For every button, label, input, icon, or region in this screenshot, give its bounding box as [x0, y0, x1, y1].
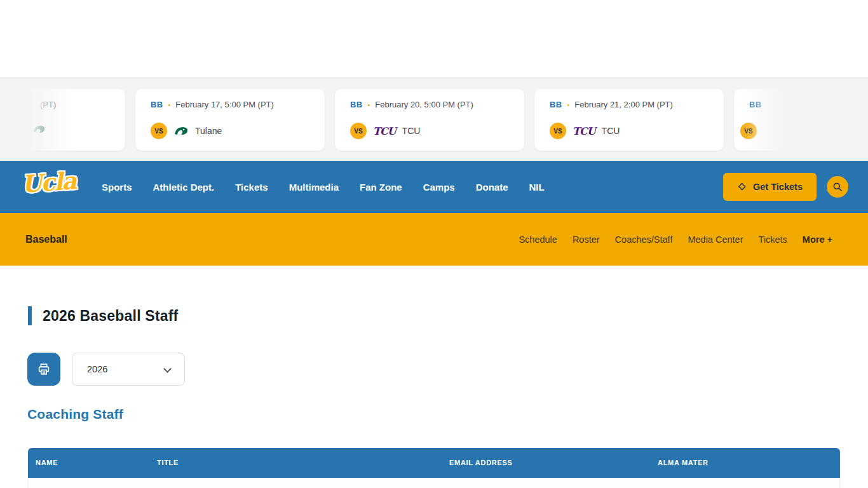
carousel-fade-right — [742, 78, 868, 161]
column-header-email: EMAIL ADDRESS — [449, 459, 513, 466]
dot-separator-icon: • — [567, 101, 569, 109]
chevron-down-icon — [163, 365, 172, 373]
game-card-tcu-1[interactable]: BB • February 20, 5:00 PM (PT) VS TCU TC… — [335, 89, 524, 151]
get-tickets-label: Get Tickets — [753, 182, 803, 192]
nav-item-multimedia[interactable]: Multimedia — [289, 182, 339, 193]
search-button[interactable] — [827, 176, 848, 198]
opponent-name: TCU — [602, 126, 620, 136]
game-card-tulane[interactable]: BB • February 17, 5:00 PM (PT) VS Tulane — [135, 89, 325, 151]
printer-icon — [37, 362, 51, 376]
dot-separator-icon: • — [367, 101, 370, 109]
game-date: February 17, 5:00 PM (PT) — [175, 100, 274, 109]
subnav-item-more[interactable]: More + — [803, 234, 832, 245]
nav-item-fan-zone[interactable]: Fan Zone — [360, 182, 402, 193]
opponent-name: Tulane — [195, 126, 222, 136]
column-header-title: TITLE — [157, 459, 179, 466]
print-button[interactable] — [27, 353, 60, 386]
table-row — [28, 478, 840, 488]
vs-badge: VS — [350, 123, 367, 139]
ucla-logo[interactable]: Ucla — [21, 166, 77, 198]
nav-item-donate[interactable]: Donate — [476, 182, 508, 193]
get-tickets-button[interactable]: Get Tickets — [723, 173, 817, 201]
nav-item-athletic-dept[interactable]: Athletic Dept. — [153, 182, 215, 193]
title-accent-bar — [28, 306, 32, 325]
tcu-logo-icon: TCU — [373, 125, 396, 137]
column-header-name: NAME — [36, 459, 58, 466]
column-header-alma-mater: ALMA MATER — [658, 459, 709, 466]
page-title: 2026 Baseball Staff — [43, 308, 178, 325]
subnav-item-schedule[interactable]: Schedule — [519, 234, 557, 245]
page-title-block: 2026 Baseball Staff — [28, 306, 178, 325]
main-content: 2026 Baseball Staff 2026 Coaching Staff … — [0, 266, 868, 488]
game-card-tcu-2[interactable]: BB • February 21, 2:00 PM (PT) VS TCU TC… — [534, 89, 724, 151]
opponent-name: TCU — [402, 126, 421, 136]
sport-subnav: Baseball Schedule Roster Coaches/Staff M… — [0, 213, 868, 266]
nav-item-nil[interactable]: NIL — [529, 182, 545, 193]
sport-code: BB — [350, 100, 362, 109]
nav-item-camps[interactable]: Camps — [423, 182, 455, 193]
sport-title[interactable]: Baseball — [25, 234, 67, 245]
main-nav-items: Sports Athletic Dept. Tickets Multimedia… — [102, 161, 545, 213]
coaching-staff-table: NAME TITLE EMAIL ADDRESS ALMA MATER — [28, 448, 840, 488]
year-select-dropdown[interactable]: 2026 — [72, 353, 185, 386]
ticket-icon — [737, 182, 748, 193]
sport-code: BB — [151, 100, 163, 109]
subnav-item-media-center[interactable]: Media Center — [688, 234, 743, 245]
subnav-item-tickets[interactable]: Tickets — [758, 234, 787, 245]
tulane-logo-icon — [173, 125, 189, 137]
year-select-value: 2026 — [87, 364, 107, 374]
vs-badge: VS — [550, 123, 566, 139]
search-icon — [832, 182, 843, 192]
subnav-item-coaches-staff[interactable]: Coaches/Staff — [615, 234, 673, 245]
vs-badge: VS — [151, 123, 167, 139]
nav-item-tickets[interactable]: Tickets — [235, 182, 268, 193]
sport-code: BB — [550, 100, 562, 109]
game-date: February 21, 2:00 PM (PT) — [574, 100, 673, 109]
sport-subnav-items: Schedule Roster Coaches/Staff Media Cent… — [519, 234, 832, 245]
table-header-row: NAME TITLE EMAIL ADDRESS ALMA MATER — [28, 448, 840, 478]
game-date: February 20, 5:00 PM (PT) — [375, 100, 473, 109]
subnav-item-roster[interactable]: Roster — [573, 234, 600, 245]
tcu-logo-icon: TCU — [573, 125, 595, 137]
nav-item-sports[interactable]: Sports — [102, 182, 132, 193]
dot-separator-icon: • — [168, 101, 170, 109]
section-title-coaching-staff: Coaching Staff — [27, 407, 123, 422]
carousel-fade-left — [0, 78, 75, 161]
scores-carousel: (PT) BB • February 17, 5:00 PM (PT) VS T… — [0, 78, 868, 161]
